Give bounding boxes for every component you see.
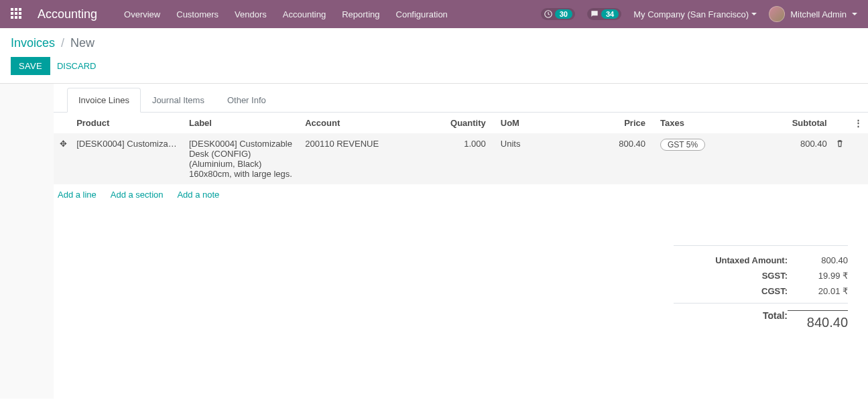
nav-customers[interactable]: Customers (176, 9, 219, 19)
nav-overview[interactable]: Overview (124, 9, 160, 19)
discard-button[interactable]: Discard (57, 61, 97, 71)
cgst-label: CGST: (674, 286, 788, 296)
breadcrumb-parent[interactable]: Invoices (11, 36, 55, 50)
col-uom: UoM (490, 113, 562, 133)
col-label: Label (185, 113, 301, 133)
table-row[interactable]: ✥ [DESK0004] Customiza… [DESK0004] Custo… (54, 133, 868, 184)
form-gutter (0, 84, 54, 399)
cell-quantity[interactable]: 1.000 (432, 133, 490, 184)
add-links-row: Add a line Add a section Add a note (54, 184, 868, 205)
app-brand[interactable]: Accounting (38, 7, 97, 21)
total-label: Total: (674, 310, 788, 330)
cgst-value: 20.01 ₹ (788, 286, 848, 296)
sgst-value: 19.99 ₹ (788, 271, 848, 281)
save-button[interactable]: Save (11, 57, 50, 75)
discuss-count: 34 (601, 9, 619, 19)
untaxed-label: Untaxed Amount: (674, 255, 788, 265)
columns-options-icon[interactable]: ⋮ (850, 113, 868, 133)
col-quantity: Quantity (432, 113, 490, 133)
control-buttons: Save Discard (11, 57, 857, 75)
total-value: 840.40 (788, 310, 848, 330)
add-line-link[interactable]: Add a line (58, 190, 97, 200)
topbar: Accounting Overview Customers Vendors Ac… (0, 0, 868, 28)
activities-count: 30 (555, 9, 572, 19)
col-subtotal: Subtotal (751, 113, 831, 133)
apps-icon[interactable] (11, 8, 23, 20)
cell-price[interactable]: 800.40 (562, 133, 649, 184)
add-note-link[interactable]: Add a note (177, 190, 219, 200)
form-sheet: Invoice Lines Journal Items Other Info P… (54, 84, 868, 399)
company-name: My Company (San Francisco) (633, 9, 749, 19)
cell-product[interactable]: [DESK0004] Customiza… (72, 133, 185, 184)
col-product: Product (72, 113, 185, 133)
nav-menu: Overview Customers Vendors Accounting Re… (124, 9, 541, 19)
cell-label[interactable]: [DESK0004] Customizable Desk (CONFIG) (A… (185, 133, 301, 184)
untaxed-value: 800.40 (788, 255, 848, 265)
user-name: Mitchell Admin (790, 9, 847, 19)
nav-configuration[interactable]: Configuration (396, 9, 448, 19)
cell-account[interactable]: 200110 REVENUE (301, 133, 432, 184)
cell-subtotal: 800.40 (751, 133, 831, 184)
breadcrumb-current: New (70, 36, 95, 50)
cell-taxes[interactable]: GST 5% (649, 133, 751, 184)
chevron-down-icon (751, 13, 757, 15)
tab-invoice-lines[interactable]: Invoice Lines (67, 88, 141, 113)
activities-button[interactable]: 30 (541, 8, 575, 20)
col-price: Price (562, 113, 649, 133)
cell-uom[interactable]: Units (490, 133, 562, 184)
nav-accounting[interactable]: Accounting (283, 9, 326, 19)
sgst-label: SGST: (674, 271, 788, 281)
chevron-down-icon (852, 13, 857, 15)
company-switcher[interactable]: My Company (San Francisco) (633, 9, 757, 19)
discuss-button[interactable]: 34 (587, 8, 621, 20)
invoice-lines-table: Product Label Account Quantity UoM Price… (54, 113, 868, 205)
form-container: Invoice Lines Journal Items Other Info P… (0, 84, 868, 399)
add-section-link[interactable]: Add a section (111, 190, 164, 200)
delete-line-icon[interactable] (831, 133, 850, 184)
user-menu[interactable]: Mitchell Admin (769, 6, 857, 22)
tax-tag[interactable]: GST 5% (660, 139, 705, 151)
topbar-right: 30 34 My Company (San Francisco) Mitchel… (541, 6, 857, 22)
col-taxes: Taxes (649, 113, 751, 133)
col-account: Account (301, 113, 432, 133)
breadcrumb-separator: / (61, 36, 64, 50)
tabs: Invoice Lines Journal Items Other Info (54, 84, 868, 113)
clock-icon (544, 9, 553, 19)
control-panel: Invoices / New Save Discard (0, 28, 868, 84)
chat-icon (590, 9, 599, 19)
breadcrumb: Invoices / New (11, 36, 857, 50)
avatar (769, 6, 785, 22)
totals-block: Untaxed Amount: 800.40 SGST: 19.99 ₹ CGS… (54, 245, 868, 353)
tab-other-info[interactable]: Other Info (216, 88, 277, 113)
drag-handle-icon[interactable]: ✥ (54, 133, 72, 184)
tab-journal-items[interactable]: Journal Items (141, 88, 216, 113)
nav-reporting[interactable]: Reporting (342, 9, 379, 19)
nav-vendors[interactable]: Vendors (235, 9, 267, 19)
